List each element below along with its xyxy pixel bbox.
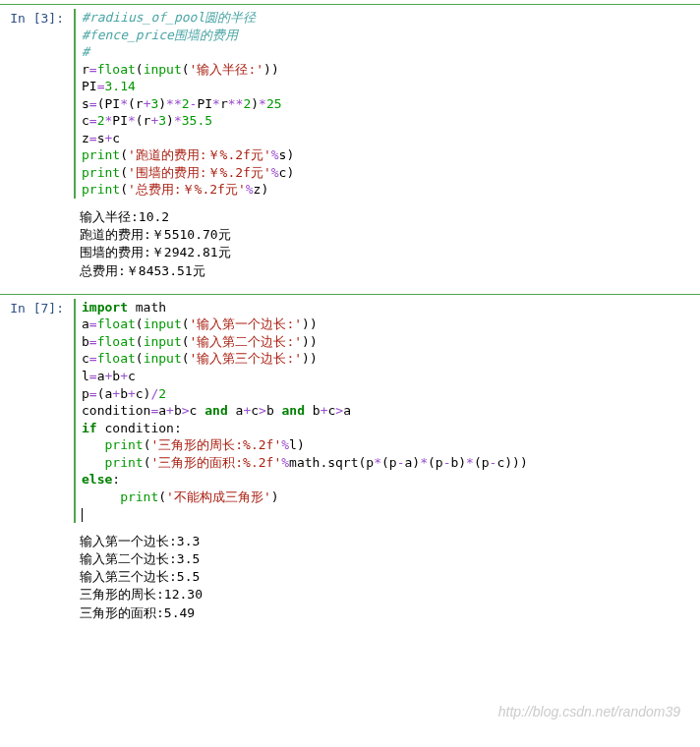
cell-2: In [7]: import math a=float(input('输入第一个… xyxy=(0,294,700,632)
code-area-2[interactable]: import math a=float(input('输入第一个边长:')) b… xyxy=(74,299,690,523)
cell-body-1: #radiius_of_pool圆的半径 #fence_price围墙的费用 #… xyxy=(74,9,700,290)
comment-line: # xyxy=(82,44,89,59)
cell-body-2: import math a=float(input('输入第一个边长:')) b… xyxy=(74,299,700,632)
comment-line: #radiius_of_pool圆的半径 xyxy=(82,10,256,25)
cell-1: In [3]: #radiius_of_pool圆的半径 #fence_pric… xyxy=(0,4,700,290)
code-2: import math a=float(input('输入第一个边长:')) b… xyxy=(82,299,690,523)
code-area-1[interactable]: #radiius_of_pool圆的半径 #fence_price围墙的费用 #… xyxy=(74,9,690,199)
watermark: http://blog.csdn.net/random39 xyxy=(498,704,680,719)
comment-line: #fence_price围墙的费用 xyxy=(82,28,238,42)
output-1: 输入半径:10.2 跑道的费用:￥5510.70元 围墙的费用:￥2942.81… xyxy=(74,208,690,280)
prompt-1: In [3]: xyxy=(0,9,74,290)
prompt-2: In [7]: xyxy=(0,299,74,632)
output-2: 输入第一个边长:3.3 输入第二个边长:3.5 输入第三个边长:5.5 三角形的… xyxy=(74,533,690,622)
code-1: #radiius_of_pool圆的半径 #fence_price围墙的费用 #… xyxy=(82,9,690,199)
text-cursor xyxy=(82,508,83,522)
